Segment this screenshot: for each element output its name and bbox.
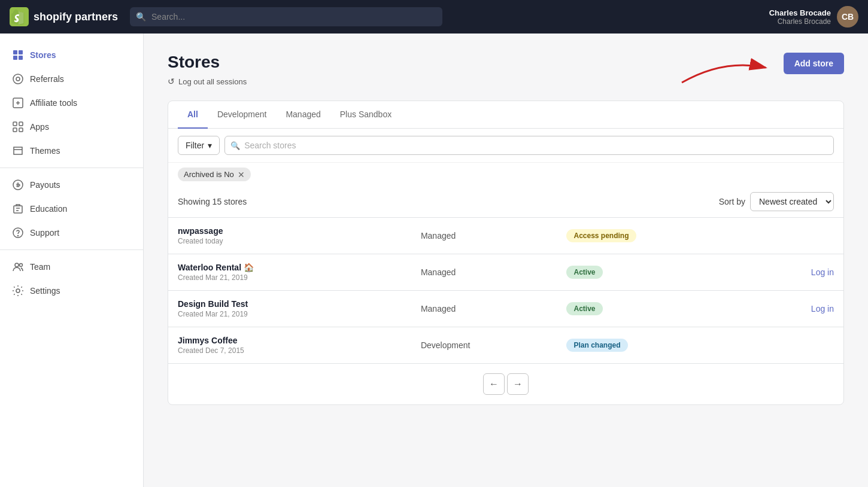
referrals-icon (12, 73, 24, 85)
sort-control: Sort by Newest created (719, 192, 834, 211)
store-search-input[interactable] (224, 136, 834, 155)
pagination-next[interactable]: → (507, 373, 529, 395)
sidebar-item-label: Settings (30, 286, 60, 296)
tab-plus-sandbox[interactable]: Plus Sandbox (330, 101, 401, 129)
sidebar-item-referrals[interactable]: Referrals (0, 67, 143, 91)
shopify-logo-icon (10, 7, 29, 26)
sort-select[interactable]: Newest created (750, 192, 834, 211)
chevron-down-icon: ▾ (208, 141, 212, 150)
sidebar-item-apps[interactable]: Apps (0, 115, 143, 139)
filter-remove-button[interactable]: ✕ (238, 171, 245, 179)
team-icon (12, 261, 24, 273)
themes-icon (12, 145, 24, 157)
logout-icon: ↺ (168, 77, 175, 86)
filter-bar: Filter ▾ 🔍 (168, 129, 843, 163)
svg-point-21 (20, 264, 23, 267)
store-tabs: All Development Managed Plus Sandbox (168, 101, 843, 129)
svg-point-22 (16, 289, 20, 293)
store-type: Managed (421, 231, 567, 241)
store-name: Design Build Test (178, 299, 421, 309)
store-search-wrapper: 🔍 (224, 136, 834, 155)
store-type: Development (421, 340, 567, 350)
logo: shopify partners (10, 7, 118, 26)
filter-button[interactable]: Filter ▾ (178, 136, 220, 155)
stores-icon (12, 49, 24, 61)
search-icon: 🔍 (136, 12, 146, 22)
svg-rect-4 (19, 56, 23, 60)
sidebar-item-payouts[interactable]: Payouts (0, 173, 143, 197)
sidebar-item-label: Team (30, 262, 50, 272)
store-row[interactable]: Design Build Test Created Mar 21, 2019 M… (168, 290, 843, 327)
sort-label: Sort by (719, 197, 745, 206)
sidebar-item-label: Themes (30, 146, 60, 156)
top-search-input[interactable] (130, 7, 442, 26)
svg-rect-15 (14, 206, 22, 213)
status-badge: Plan changed (566, 339, 627, 352)
store-list: nwpassage Created today Managed Access p… (168, 217, 843, 363)
store-name: nwpassage (178, 226, 421, 236)
svg-point-5 (13, 74, 23, 84)
sidebar-divider-2 (0, 249, 143, 250)
affiliate-tools-icon (12, 97, 24, 109)
sidebar-item-affiliate-tools[interactable]: Affiliate tools (0, 91, 143, 115)
login-link[interactable]: Log in (811, 304, 834, 313)
arrow-annotation (652, 47, 784, 89)
sidebar-item-support[interactable]: Support (0, 221, 143, 245)
store-row[interactable]: Jimmys Coffee Created Dec 7, 2015 Develo… (168, 327, 843, 363)
svg-rect-3 (13, 56, 17, 60)
filter-label: Filter (186, 141, 204, 150)
store-type: Managed (421, 267, 567, 277)
sidebar-item-team[interactable]: Team (0, 255, 143, 279)
store-row[interactable]: nwpassage Created today Managed Access p… (168, 217, 843, 254)
store-created: Created Dec 7, 2015 (178, 346, 421, 355)
svg-point-19 (18, 236, 19, 236)
status-badge: Active (566, 266, 602, 279)
sidebar: Stores Referrals Affiliate tools Apps Th… (0, 34, 144, 487)
status-badge: Access pending (566, 229, 636, 242)
store-row[interactable]: Waterloo Rental 🏠 Created Mar 21, 2019 M… (168, 254, 843, 290)
sidebar-item-stores[interactable]: Stores (0, 43, 143, 67)
sidebar-item-label: Education (30, 204, 67, 214)
user-menu[interactable]: Charles Brocade Charles Brocade CB (769, 6, 858, 28)
store-created: Created today (178, 237, 421, 245)
archived-filter-chip: Archived is No ✕ (178, 168, 251, 181)
user-sub: Charles Brocade (769, 17, 831, 26)
sidebar-item-label: Payouts (30, 180, 60, 190)
store-list-header: Showing 15 stores Sort by Newest created (168, 186, 843, 217)
sidebar-item-label: Support (30, 228, 59, 238)
sidebar-item-label: Apps (30, 122, 49, 132)
svg-rect-12 (13, 128, 17, 132)
tab-managed[interactable]: Managed (276, 101, 330, 129)
pagination-prev[interactable]: ← (483, 373, 505, 395)
store-created: Created Mar 21, 2019 (178, 310, 421, 318)
store-type: Managed (421, 304, 567, 313)
tab-development[interactable]: Development (208, 101, 277, 129)
logo-text: shopify partners (34, 11, 118, 23)
page-title: Stores (168, 53, 247, 72)
store-created: Created Mar 21, 2019 (178, 273, 421, 282)
settings-icon (12, 285, 24, 297)
add-store-button[interactable]: Add store (784, 53, 844, 74)
top-navigation: shopify partners 🔍 Charles Brocade Charl… (0, 0, 868, 34)
login-link[interactable]: Log in (811, 267, 834, 277)
svg-point-20 (15, 263, 19, 267)
sidebar-item-label: Affiliate tools (30, 98, 77, 108)
stores-card: All Development Managed Plus Sandbox Fil… (168, 101, 844, 405)
logout-link[interactable]: ↺ Log out all sessions (168, 77, 247, 86)
stores-count: Showing 15 stores (178, 197, 247, 206)
support-icon (12, 227, 24, 239)
svg-rect-1 (13, 50, 17, 54)
filter-chip-label: Archived is No (184, 170, 234, 179)
svg-rect-13 (19, 128, 23, 132)
store-name: Waterloo Rental 🏠 (178, 263, 421, 272)
sidebar-item-settings[interactable]: Settings (0, 279, 143, 303)
sidebar-item-education[interactable]: Education (0, 197, 143, 221)
sidebar-item-themes[interactable]: Themes (0, 139, 143, 163)
sidebar-divider (0, 168, 143, 168)
tab-all[interactable]: All (178, 101, 208, 129)
logout-label: Log out all sessions (178, 77, 247, 86)
svg-rect-11 (19, 122, 23, 126)
education-icon (12, 203, 24, 215)
active-filters: Archived is No ✕ (168, 163, 843, 186)
sidebar-item-label: Referrals (30, 74, 64, 84)
